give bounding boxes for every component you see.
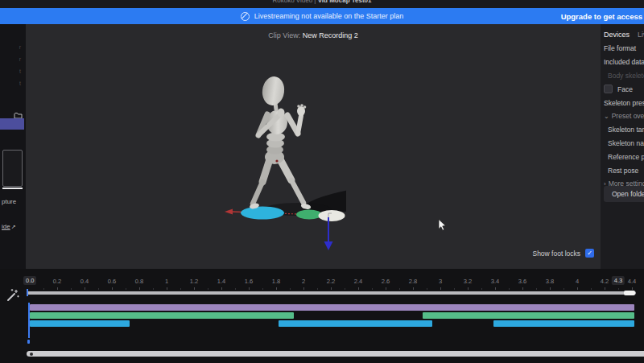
face-checkbox[interactable]	[604, 85, 613, 93]
ruler-minor-tick	[317, 288, 318, 290]
foot-lock-marker-green	[296, 210, 322, 220]
mocap-actor-scene	[217, 64, 346, 254]
track-cyan	[28, 320, 635, 327]
panel-row-rest-pose[interactable]: Rest pose	[604, 163, 644, 177]
track-cyan-segment[interactable]	[493, 320, 634, 327]
sidebar-item-fragment[interactable]: r	[19, 44, 21, 50]
ruler-tick-label[interactable]: 3.8	[546, 278, 554, 285]
ruler-tick-label[interactable]: 3	[439, 278, 442, 285]
upgrade-link[interactable]: Upgrade to get access	[561, 8, 642, 24]
ruler-tick-label[interactable]: 1.6	[245, 278, 253, 285]
export-settings-panel: DevicesLive File formatIncluded dataBody…	[601, 24, 644, 269]
ruler-tick-label[interactable]: 3.4	[491, 278, 499, 285]
axis-y-blue	[324, 217, 333, 250]
ruler-tick-label[interactable]: 1.4	[217, 278, 225, 285]
timeline-scrollbar-knob[interactable]	[30, 353, 33, 356]
ruler-tick-label[interactable]: 2	[302, 278, 305, 285]
ruler-tick-mark	[303, 287, 304, 290]
ruler-tick-mark	[550, 287, 551, 290]
ruler-minor-tick	[208, 288, 208, 290]
ruler-tick-label[interactable]: 2.8	[409, 278, 417, 285]
clip-end-time-badge[interactable]: 4.3	[612, 276, 625, 285]
ruler-tick-label[interactable]: 0.8	[135, 278, 143, 285]
app-window: Rokoko Video | Vid Mocap Test01 Livestre…	[0, 0, 644, 363]
track-purple-segment[interactable]	[30, 304, 634, 311]
ruler-minor-tick	[591, 288, 592, 290]
preset-overrides-label: Preset overrides	[612, 112, 644, 120]
ruler-tick-label[interactable]: 2.2	[327, 278, 335, 285]
ruler-minor-tick	[153, 288, 154, 290]
panel-tabs: DevicesLive	[604, 31, 644, 39]
plan-banner-message-row: Livestreaming not available on the Start…	[0, 8, 644, 24]
device-preview-underline	[2, 188, 23, 189]
timeline-playhead[interactable]	[28, 303, 30, 338]
track-purple	[28, 304, 635, 311]
file-format-label: File format	[604, 44, 636, 52]
device-preview-thumbnail[interactable]	[2, 150, 23, 187]
plan-banner-message: Livestreaming not available on the Start…	[254, 12, 404, 20]
ruler-tick-label[interactable]: 4.4	[628, 278, 636, 285]
ruler-tick-label[interactable]: 3.6	[518, 278, 526, 285]
ruler-tick-mark	[413, 287, 414, 290]
track-cyan-segment[interactable]	[279, 320, 431, 327]
track-cyan-segment[interactable]	[30, 320, 130, 327]
panel-row-skeleton-name[interactable]: Skeleton name	[604, 137, 644, 151]
ruler-tick-label[interactable]: 2.6	[382, 278, 390, 285]
ruler-tick-mark	[85, 287, 85, 290]
ruler-tick-mark	[139, 287, 140, 290]
skeleton-name-label: Skeleton name	[608, 139, 644, 147]
ruler-tick-label[interactable]: 0.2	[53, 278, 61, 285]
panel-row-included-data[interactable]: Included data	[604, 56, 644, 69]
foot-locks-checkbox[interactable]: ✓	[585, 249, 594, 258]
panel-row-face[interactable]: Face	[604, 82, 644, 96]
ruler-tick-label[interactable]: 4	[576, 278, 579, 285]
timeline-scrollbar[interactable]	[27, 351, 644, 357]
panel-row-reference-pose[interactable]: Reference pose	[604, 150, 644, 163]
capture-label-fragment[interactable]: pture	[2, 198, 16, 205]
ruler-tick-label[interactable]: 2.4	[354, 278, 362, 285]
timeline-ruler[interactable]: 0.0 4.3 0.20.40.60.811.21.41.61.822.22.4…	[0, 269, 644, 291]
playhead-time-badge[interactable]: 0.0	[23, 276, 36, 285]
ruler-tick-label[interactable]: 1.2	[190, 278, 198, 285]
tab-live[interactable]: Live	[638, 31, 644, 39]
sidebar-item-fragment[interactable]: t	[19, 68, 21, 74]
timeline-range-playhead	[27, 289, 28, 296]
ruler-tick-mark	[522, 287, 523, 290]
ruler-minor-tick	[262, 288, 263, 290]
tab-devices[interactable]: Devices	[604, 31, 630, 39]
ruler-minor-tick	[235, 288, 236, 290]
timeline-range-bar[interactable]	[27, 291, 636, 295]
track-green-segment[interactable]	[423, 312, 635, 319]
guide-link-fragment[interactable]: ide↗	[2, 223, 16, 230]
sidebar-item-fragment[interactable]: r	[19, 56, 21, 62]
ruler-tick-label[interactable]: 0.6	[108, 278, 116, 285]
timeline-playhead-foot	[27, 340, 30, 344]
viewport-header: Clip View: New Recording 2	[26, 31, 601, 39]
ruler-tick-label[interactable]: 4.2	[601, 278, 609, 285]
open-folder-button[interactable]: Open folder	[604, 186, 644, 202]
ruler-minor-tick	[372, 288, 373, 290]
ruler-minor-tick	[481, 288, 482, 290]
sidebar-selected-item[interactable]	[0, 118, 24, 130]
track-green-segment[interactable]	[30, 312, 294, 319]
ruler-tick-label[interactable]: 0.4	[80, 278, 89, 285]
panel-row-skeleton-preset[interactable]: Skeleton preset	[604, 96, 644, 109]
ruler-tick-label[interactable]: 1	[165, 278, 168, 285]
clip-view-label: Clip View:	[268, 31, 300, 39]
panel-rows: File formatIncluded dataBody skeletonFac…	[604, 42, 644, 191]
included-data-label: Included data	[604, 58, 644, 66]
ruler-tick-mark	[194, 287, 195, 290]
ruler-minor-tick	[618, 288, 619, 290]
viewport-3d[interactable]: Clip View: New Recording 2	[26, 24, 601, 269]
ruler-tick-mark	[358, 287, 359, 290]
timeline-range-handle[interactable]	[624, 291, 635, 295]
ruler-minor-tick	[509, 288, 510, 290]
ruler-minor-tick	[180, 288, 181, 290]
panel-row-preset-overrides[interactable]: ⌄Preset overrides	[604, 109, 644, 123]
panel-row-file-format[interactable]: File format	[604, 42, 644, 56]
panel-row-skeleton-target[interactable]: Skeleton target	[604, 123, 644, 137]
ruler-tick-label[interactable]: 1.8	[272, 278, 280, 285]
sidebar-item-fragment[interactable]: t	[19, 80, 21, 86]
timeline-tracks	[28, 304, 635, 328]
ruler-tick-label[interactable]: 3.2	[464, 278, 472, 285]
